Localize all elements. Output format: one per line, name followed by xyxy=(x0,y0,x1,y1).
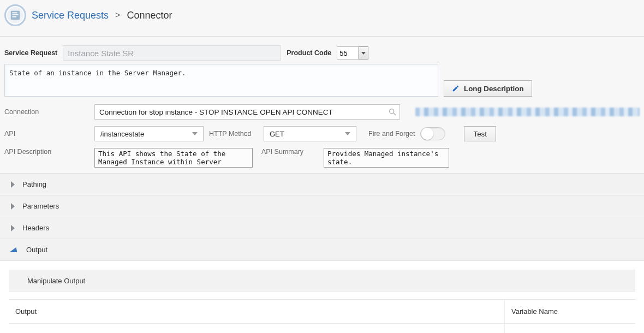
accordion-pathing-label: Pathing xyxy=(22,180,46,188)
breadcrumb-separator: > xyxy=(114,10,121,20)
breadcrumb-service-requests[interactable]: Service Requests xyxy=(32,10,109,21)
service-request-label: Service Request xyxy=(4,49,57,57)
api-select-value: /instancestate xyxy=(100,130,144,138)
accordion-parameters-label: Parameters xyxy=(22,202,59,210)
http-method-label: HTTP Method xyxy=(209,130,258,138)
product-code-dropdown-button[interactable] xyxy=(359,46,368,60)
accordion-headers[interactable]: Headers xyxy=(0,217,644,239)
long-description-button[interactable]: Long Description xyxy=(444,80,532,97)
description-textarea[interactable]: State of an instance in the Server Manag… xyxy=(4,64,438,97)
http-method-value: GET xyxy=(270,130,284,138)
svg-rect-1 xyxy=(13,13,17,14)
output-table: Output Variable Name instanceState insta… xyxy=(9,299,635,333)
connection-label: Connection xyxy=(4,108,89,116)
product-code-value[interactable] xyxy=(337,46,359,60)
accordion-parameters[interactable]: Parameters xyxy=(0,195,644,217)
api-select[interactable]: /instancestate xyxy=(94,126,204,141)
chevron-down-icon xyxy=(192,132,198,135)
chevron-right-icon xyxy=(11,181,15,188)
test-button[interactable]: Test xyxy=(464,126,496,141)
chevron-right-icon xyxy=(11,225,15,231)
accordion-output[interactable]: Output xyxy=(0,239,644,261)
api-summary-label: API Summary xyxy=(258,148,318,156)
accordion-headers-label: Headers xyxy=(22,224,49,232)
svg-point-4 xyxy=(390,109,394,114)
long-description-label: Long Description xyxy=(464,85,524,93)
svg-rect-3 xyxy=(13,16,16,17)
search-icon[interactable] xyxy=(388,108,397,116)
variable-name-value: instanceState xyxy=(504,324,635,333)
fire-forget-toggle[interactable] xyxy=(420,127,445,140)
output-value: instanceState xyxy=(9,324,504,333)
api-description-label: API Description xyxy=(4,148,89,156)
app-icon xyxy=(4,4,26,26)
output-panel: Manipulate Output Output Variable Name i… xyxy=(0,261,644,333)
product-code-select[interactable] xyxy=(337,46,368,60)
api-description-textarea[interactable]: This API shows the State of the Managed … xyxy=(94,148,253,168)
product-code-label: Product Code xyxy=(287,49,331,57)
fire-forget-label: Fire and Forget xyxy=(368,130,415,138)
service-request-input[interactable] xyxy=(63,45,281,61)
svg-line-5 xyxy=(393,113,396,115)
connection-input[interactable] xyxy=(94,104,400,120)
table-row[interactable]: instanceState instanceState xyxy=(9,324,635,333)
accordion-manipulate-output-label: Manipulate Output xyxy=(27,277,85,285)
output-col-variable-header: Variable Name xyxy=(504,300,635,323)
document-list-icon xyxy=(9,9,21,21)
breadcrumb-current: Connector xyxy=(127,10,172,21)
http-method-select[interactable]: GET xyxy=(264,126,356,141)
accordion-pathing[interactable]: Pathing xyxy=(0,174,644,195)
pencil-icon xyxy=(452,85,460,92)
redacted-url xyxy=(415,108,640,116)
output-col-output-header: Output xyxy=(9,300,504,323)
chevron-down-icon xyxy=(345,132,350,135)
toggle-knob xyxy=(421,128,433,140)
chevron-down-icon xyxy=(361,52,366,55)
chevron-right-icon xyxy=(11,203,15,210)
accordion-output-label: Output xyxy=(26,246,47,254)
output-table-header: Output Variable Name xyxy=(9,300,635,324)
chevron-open-icon xyxy=(9,247,20,252)
breadcrumb: Service Requests > Connector xyxy=(0,0,644,37)
api-summary-textarea[interactable]: Provides Managed instance's state. xyxy=(324,148,449,168)
api-label: API xyxy=(4,130,89,138)
svg-rect-2 xyxy=(13,14,19,15)
accordion-manipulate-output[interactable]: Manipulate Output xyxy=(9,270,635,292)
